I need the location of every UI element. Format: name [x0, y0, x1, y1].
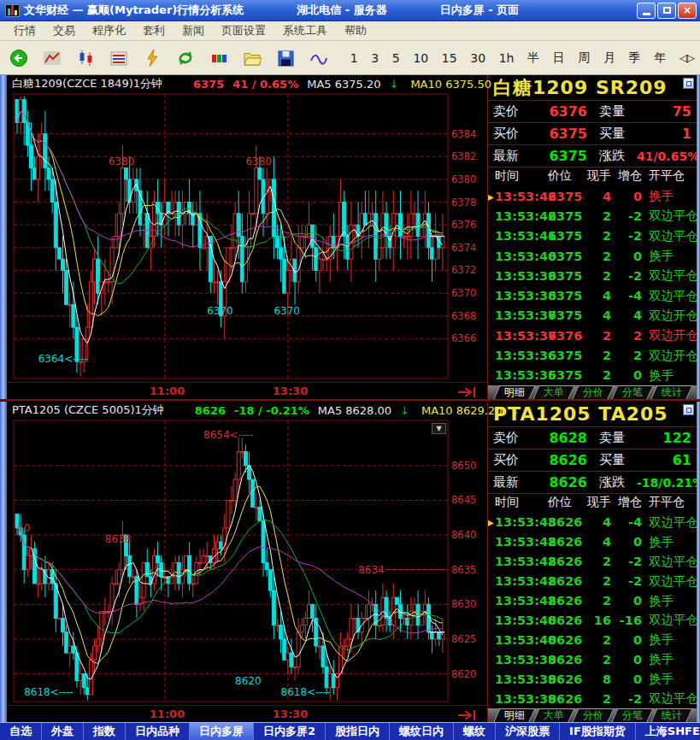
price-annotation: 8618<---- — [281, 686, 331, 698]
refresh-icon[interactable] — [174, 47, 197, 69]
detail-tab-分价[interactable]: 分价 — [572, 708, 614, 722]
window-title-server: 湖北电信 - 服务器 — [297, 3, 386, 18]
tick-price: 8626 — [548, 555, 587, 568]
time-label: 13:30 — [273, 385, 308, 397]
period-button-3[interactable]: 3 — [367, 50, 383, 67]
quote-table-icon[interactable] — [107, 47, 131, 69]
menu-item-套利[interactable]: 套利 — [134, 21, 174, 40]
price-annotation: 8620 — [235, 675, 262, 687]
svg-text:6382: 6382 — [451, 150, 476, 162]
menu-item-行情[interactable]: 行情 — [5, 21, 44, 40]
detail-tab-分笔[interactable]: 分笔 — [611, 385, 653, 399]
tick-time: 13:53:40 — [495, 614, 548, 627]
price-annotation: 8634 — [358, 564, 385, 576]
title-bar: 文华财经 — 赢顺(Mytrader)行情分析系统 湖北电信 - 服务器 日内多… — [0, 0, 700, 21]
detail-tab-明细[interactable]: 明细 — [493, 708, 535, 722]
svg-text:6376: 6376 — [451, 219, 476, 231]
restore-icon[interactable] — [683, 78, 694, 89]
page-tab-自选[interactable]: 自选 — [0, 723, 42, 740]
quote-label: 卖量 — [587, 103, 637, 120]
menu-item-交易[interactable]: 交易 — [44, 21, 84, 40]
next-page-icon[interactable] — [456, 708, 480, 725]
window-border-right — [697, 402, 700, 722]
tick-volume: 2 — [587, 574, 611, 588]
tick-type: 双边平仓 — [642, 267, 697, 284]
tick-row: 13:53:4286262-2双边平仓 — [495, 552, 693, 572]
page-tab-外盘[interactable]: 外盘 — [42, 723, 84, 740]
trend-line-icon[interactable] — [40, 47, 64, 69]
period-button-1[interactable]: 1 — [346, 50, 362, 67]
chart-last-price: 6375 — [193, 78, 224, 91]
menu-item-页面设置[interactable]: 页面设置 — [213, 21, 274, 40]
period-button-15[interactable]: 15 — [438, 50, 462, 67]
page-tab-指数[interactable]: 指数 — [84, 723, 126, 740]
next-page-icon[interactable] — [456, 385, 480, 402]
period-button-1h[interactable]: 1h — [495, 50, 519, 67]
price-annotation: 6380 — [109, 156, 135, 167]
menu-item-程序化[interactable]: 程序化 — [84, 21, 134, 40]
period-button-半[interactable]: 半 — [523, 49, 544, 68]
detail-tab-分价[interactable]: 分价 — [572, 385, 614, 399]
candlestick-chart-1[interactable]: 86208625863086358640864586504086388654<-… — [7, 419, 484, 705]
menu-item-系统工具[interactable]: 系统工具 — [274, 21, 336, 40]
tick-type: 换手 — [642, 534, 693, 550]
tick-position-change: -4 — [611, 515, 642, 529]
detail-tab-统计[interactable]: 统计 — [650, 708, 692, 722]
page-tab-上海SHFE[interactable]: 上海SHFE — [636, 723, 700, 740]
tick-volume: 2 — [587, 269, 611, 283]
tick-col-header: 增仓 — [611, 495, 642, 510]
tick-type: 换手 — [642, 593, 693, 609]
page-tab-日内多屏[interactable]: 日内多屏 — [190, 723, 254, 740]
tick-volume: 2 — [587, 368, 611, 382]
color-bars-icon[interactable] — [207, 47, 231, 69]
back-icon[interactable] — [7, 47, 31, 69]
quote-value: 6375 — [532, 126, 587, 142]
menu-item-新闻[interactable]: 新闻 — [174, 21, 213, 40]
close-button[interactable]: × — [678, 3, 697, 19]
chart-ma5-label: MA5 8628.00 — [318, 404, 391, 417]
period-button-30[interactable]: 30 — [466, 50, 490, 67]
period-button-10[interactable]: 10 — [409, 50, 432, 67]
period-button-日[interactable]: 日 — [549, 49, 569, 68]
maximize-button[interactable] — [657, 3, 676, 19]
page-tab-螺纹[interactable]: 螺纹 — [454, 723, 496, 740]
page-tab-IF股指期货[interactable]: IF股指期货 — [560, 723, 636, 740]
menu-item-帮助[interactable]: 帮助 — [336, 21, 375, 40]
tick-row: 13:53:36637522双边开仓 — [495, 345, 693, 365]
period-button-季[interactable]: 季 — [625, 49, 645, 68]
quote-label: 买量 — [587, 452, 637, 468]
tick-type: 双边平仓 — [642, 514, 697, 531]
detail-tab-统计[interactable]: 统计 — [650, 385, 692, 399]
detail-tab-大单[interactable]: 大单 — [532, 385, 574, 399]
time-label: 11:00 — [150, 708, 185, 720]
period-button-周[interactable]: 周 — [574, 49, 594, 68]
tick-price: 6375 — [548, 349, 587, 362]
tick-time: 13:53:42 — [495, 535, 548, 549]
minimize-button[interactable] — [637, 3, 656, 19]
tick-position-change: -2 — [611, 574, 642, 588]
tick-row: 13:53:40862620换手 — [495, 630, 693, 649]
restore-icon[interactable] — [683, 404, 694, 415]
page-flip-icon[interactable]: ◁▷ — [679, 51, 693, 64]
page-tab-股指日内[interactable]: 股指日内 — [326, 723, 390, 740]
period-button-月[interactable]: 月 — [599, 49, 620, 68]
tick-type: 换手 — [642, 188, 693, 204]
folder-icon[interactable] — [240, 47, 264, 69]
chart-dropdown-icon[interactable]: ▼ — [432, 423, 446, 434]
window-border-left — [0, 402, 7, 722]
candlestick-chart-0[interactable]: 6366636863706372637463766378638063826384… — [7, 92, 484, 382]
lightning-icon[interactable] — [140, 47, 164, 69]
detail-tab-明细[interactable]: 明细 — [493, 385, 535, 399]
page-tab-沪深股票[interactable]: 沪深股票 — [496, 723, 560, 740]
period-button-5[interactable]: 5 — [388, 50, 404, 67]
detail-tab-分笔[interactable]: 分笔 — [611, 708, 653, 722]
page-tab-日内多屏2[interactable]: 日内多屏2 — [254, 723, 326, 740]
detail-tab-大单[interactable]: 大单 — [532, 708, 574, 722]
period-button-年[interactable]: 年 — [650, 49, 670, 68]
save-icon[interactable] — [274, 47, 297, 69]
tick-table: ▶13:53:4386264-4双边平仓13:53:42862640换手13:5… — [488, 511, 697, 708]
page-tab-螺纹日内[interactable]: 螺纹日内 — [390, 723, 454, 740]
page-tab-日内品种[interactable]: 日内品种 — [126, 723, 190, 740]
wave-icon[interactable] — [307, 47, 331, 69]
kline-icon[interactable] — [74, 47, 97, 69]
